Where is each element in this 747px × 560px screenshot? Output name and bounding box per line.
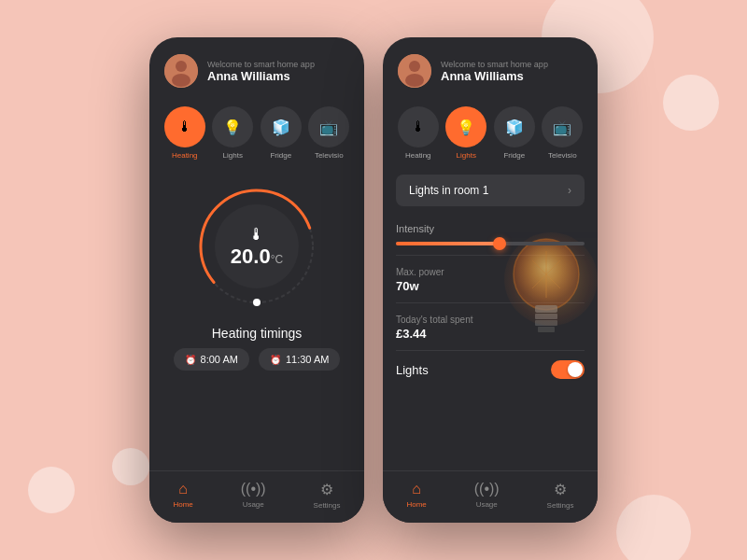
nav-heating-phone2[interactable]: 🌡 Heating bbox=[398, 106, 439, 160]
usage-label-p2: Usage bbox=[476, 500, 498, 509]
lights-icon-circle-p2: 💡 bbox=[445, 106, 486, 147]
header-text-phone2: Welcome to smart home app Anna Williams bbox=[441, 60, 548, 83]
settings-icon-p2: ⚙ bbox=[554, 481, 567, 498]
bottom-nav-phone2: ⌂ Home ((•)) Usage ⚙ Settings bbox=[383, 470, 598, 523]
bulb-illustration bbox=[495, 223, 598, 372]
nav-fridge-phone1[interactable]: 🧊 Fridge bbox=[261, 106, 302, 160]
thermometer-dial-icon: 🌡 bbox=[231, 225, 283, 245]
lights-toggle-label: Lights bbox=[396, 363, 429, 377]
welcome-label-phone1: Welcome to smart home app bbox=[207, 60, 315, 69]
usage-label-p1: Usage bbox=[243, 500, 264, 509]
bottom-settings-p2[interactable]: ⚙ Settings bbox=[547, 481, 574, 510]
lights-toggle[interactable] bbox=[551, 360, 585, 379]
bottom-usage-p2[interactable]: ((•)) Usage bbox=[474, 481, 500, 510]
lights-label-phone2: Lights bbox=[457, 151, 476, 160]
time-value-1: 8:00 AM bbox=[201, 354, 238, 365]
nav-tv-phone2[interactable]: 📺 Televisio bbox=[542, 106, 583, 160]
room-name: Lights in room 1 bbox=[409, 184, 488, 197]
bg-shape-5 bbox=[112, 448, 149, 485]
timings-label: Heating timings bbox=[212, 326, 303, 341]
bottom-home-p2[interactable]: ⌂ Home bbox=[406, 481, 426, 510]
heating-icon-circle-p2: 🌡 bbox=[398, 106, 439, 147]
settings-icon-p1: ⚙ bbox=[320, 481, 333, 498]
home-label-p1: Home bbox=[173, 500, 192, 509]
timing-chips: ⏰ 8:00 AM ⏰ 11:30 AM bbox=[159, 348, 356, 371]
usage-icon-p2: ((•)) bbox=[474, 481, 500, 497]
bulb-glow bbox=[504, 232, 598, 326]
heating-label-phone1: Heating bbox=[172, 151, 198, 160]
phone1-header: Welcome to smart home app Anna Williams bbox=[149, 37, 364, 99]
svg-point-2 bbox=[172, 74, 190, 87]
lightbulb-icon-p1: 💡 bbox=[223, 119, 242, 136]
svg-point-6 bbox=[253, 299, 261, 306]
tv-icon-circle-p1: 📺 bbox=[308, 106, 349, 147]
home-icon-p2: ⌂ bbox=[412, 481, 421, 497]
thermostat-dial[interactable]: 🌡 20.0°C bbox=[187, 176, 327, 316]
nav-tv-phone1[interactable]: 📺 Televisio bbox=[308, 106, 349, 160]
dial-container: 🌡 20.0°C Heating timings ⏰ 8:00 AM ⏰ 11:… bbox=[149, 167, 364, 470]
bottom-usage-p1[interactable]: ((•)) Usage bbox=[241, 481, 266, 510]
bg-shape-4 bbox=[616, 495, 691, 560]
usage-icon-p1: ((•)) bbox=[241, 481, 266, 497]
chevron-right-icon: › bbox=[568, 184, 571, 197]
avatar-phone2 bbox=[398, 54, 431, 88]
fridge-icon-p1: 🧊 bbox=[272, 119, 290, 136]
temperature-value: 20.0 bbox=[231, 245, 271, 268]
nav-lights-phone1[interactable]: 💡 Lights bbox=[212, 106, 253, 160]
tv-label-phone1: Televisio bbox=[315, 151, 344, 160]
nav-fridge-phone2[interactable]: 🧊 Fridge bbox=[494, 106, 535, 160]
header-text-phone1: Welcome to smart home app Anna Williams bbox=[207, 60, 315, 83]
nav-lights-phone2[interactable]: 💡 Lights bbox=[445, 106, 486, 160]
nav-icons-phone1: 🌡 Heating 💡 Lights 🧊 Fridge 📺 bbox=[149, 99, 364, 167]
app-container: Welcome to smart home app Anna Williams … bbox=[149, 37, 598, 523]
svg-point-8 bbox=[409, 61, 420, 72]
username-phone1: Anna Williams bbox=[207, 69, 315, 83]
svg-point-9 bbox=[405, 74, 424, 87]
intensity-slider[interactable] bbox=[396, 242, 585, 245]
phone2-header: Welcome to smart home app Anna Williams bbox=[383, 37, 598, 99]
clock-icon-2: ⏰ bbox=[270, 355, 281, 365]
timing-chip-2[interactable]: ⏰ 11:30 AM bbox=[259, 348, 340, 371]
home-icon-p1: ⌂ bbox=[178, 481, 188, 497]
tv-icon-p2: 📺 bbox=[553, 119, 571, 136]
bottom-home-p1[interactable]: ⌂ Home bbox=[173, 481, 192, 510]
fridge-icon-p2: 🧊 bbox=[505, 119, 524, 136]
lightbulb-icon-p2: 💡 bbox=[457, 119, 475, 136]
bottom-settings-p1[interactable]: ⚙ Settings bbox=[314, 481, 341, 510]
svg-point-1 bbox=[176, 61, 187, 72]
temp-display: 🌡 20.0°C bbox=[231, 225, 283, 269]
nav-icons-phone2: 🌡 Heating 💡 Lights 🧊 Fridge 📺 bbox=[383, 99, 598, 167]
svg-rect-18 bbox=[538, 327, 555, 332]
time-value-2: 11:30 AM bbox=[286, 354, 329, 365]
bottom-nav-phone1: ⌂ Home ((•)) Usage ⚙ Settings bbox=[149, 470, 364, 523]
bg-shape-3 bbox=[28, 467, 75, 513]
slider-fill bbox=[396, 242, 500, 245]
heating-label-phone2: Heating bbox=[405, 151, 431, 160]
tv-icon-circle-p2: 📺 bbox=[542, 106, 583, 147]
avatar-phone1 bbox=[164, 54, 198, 88]
lights-label-phone1: Lights bbox=[223, 151, 243, 160]
nav-heating-phone1[interactable]: 🌡 Heating bbox=[164, 106, 205, 160]
temperature-unit: °C bbox=[271, 253, 283, 266]
clock-icon-1: ⏰ bbox=[185, 355, 196, 365]
room-selector[interactable]: Lights in room 1 › bbox=[396, 175, 585, 206]
slider-thumb[interactable] bbox=[493, 237, 506, 250]
fridge-label-phone1: Fridge bbox=[270, 151, 291, 160]
toggle-knob bbox=[568, 362, 583, 377]
timing-chip-1[interactable]: ⏰ 8:00 AM bbox=[174, 348, 249, 371]
thermometer-icon-p2: 🌡 bbox=[411, 119, 426, 135]
fridge-icon-circle-p2: 🧊 bbox=[494, 106, 535, 147]
lights-icon-circle-p1: 💡 bbox=[212, 106, 253, 147]
lights-toggle-row: Lights bbox=[396, 360, 585, 379]
bg-shape-2 bbox=[663, 75, 719, 131]
fridge-icon-circle-p1: 🧊 bbox=[261, 106, 302, 147]
thermometer-icon: 🌡 bbox=[177, 119, 192, 135]
phone-lights: Welcome to smart home app Anna Williams … bbox=[383, 37, 598, 523]
settings-label-p2: Settings bbox=[547, 501, 574, 510]
fridge-label-phone2: Fridge bbox=[503, 151, 525, 160]
lights-content: Intensity Max. power 70w Today's total s… bbox=[383, 214, 598, 470]
welcome-label-phone2: Welcome to smart home app bbox=[441, 60, 548, 69]
home-label-p2: Home bbox=[406, 500, 426, 509]
settings-label-p1: Settings bbox=[314, 501, 341, 510]
phone-heating: Welcome to smart home app Anna Williams … bbox=[149, 37, 364, 523]
